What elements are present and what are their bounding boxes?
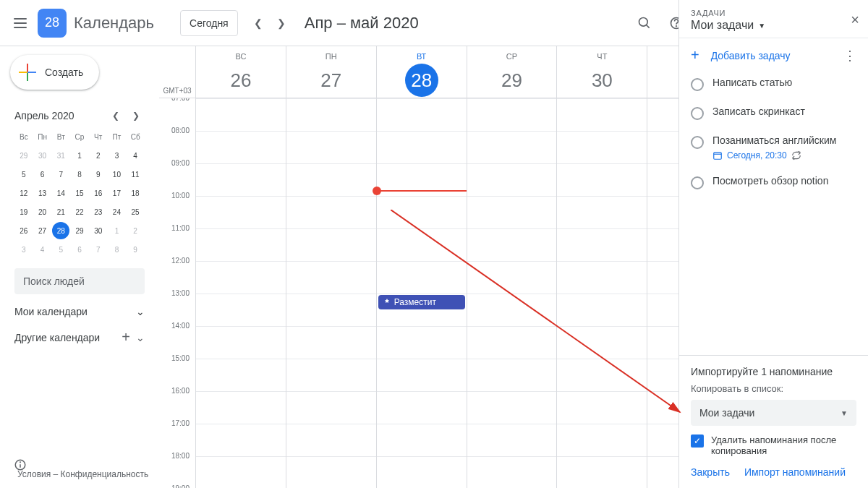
timezone-label: GMT+03 bbox=[159, 46, 195, 98]
mini-prev-month[interactable]: ❮ bbox=[107, 107, 124, 124]
day-column-header[interactable]: ВТ28 bbox=[376, 46, 467, 98]
mini-calendar-day[interactable]: 14 bbox=[52, 184, 69, 202]
mini-calendar-day[interactable]: 6 bbox=[71, 241, 88, 258]
mini-calendar-day[interactable]: 29 bbox=[71, 222, 88, 239]
mini-calendar-day[interactable]: 1 bbox=[71, 147, 88, 164]
mini-calendar-day[interactable]: 4 bbox=[127, 147, 144, 164]
mini-calendar-day[interactable]: 28 bbox=[52, 222, 69, 239]
mini-calendar-day[interactable]: 12 bbox=[15, 184, 33, 202]
day-column-header[interactable]: ВС26 bbox=[195, 46, 286, 98]
day-column[interactable]: Разместит bbox=[376, 98, 467, 488]
mini-calendar-day[interactable]: 16 bbox=[90, 184, 107, 202]
task-complete-circle[interactable] bbox=[691, 136, 704, 149]
my-calendars-toggle[interactable]: Мои календари ⌄ bbox=[14, 306, 145, 317]
task-item[interactable]: Посмотреть обзор notion bbox=[679, 168, 868, 197]
day-column[interactable] bbox=[467, 98, 557, 488]
day-column-header[interactable]: СР29 bbox=[467, 46, 557, 98]
delete-after-checkbox[interactable]: ✓ bbox=[691, 435, 704, 448]
mini-calendar-day[interactable]: 21 bbox=[52, 203, 69, 221]
svg-point-0 bbox=[639, 17, 648, 26]
mini-calendar-day[interactable]: 31 bbox=[52, 147, 69, 164]
mini-next-month[interactable]: ❯ bbox=[127, 107, 145, 124]
mini-calendar-day[interactable]: 6 bbox=[34, 166, 51, 183]
mini-calendar-day[interactable]: 10 bbox=[108, 166, 125, 183]
day-column-header[interactable]: ПН27 bbox=[286, 46, 376, 98]
mini-calendar-day[interactable]: 1 bbox=[108, 222, 125, 239]
mini-calendar-day[interactable]: 8 bbox=[108, 241, 125, 258]
app-logo: 28 Календарь bbox=[38, 9, 154, 38]
svg-point-3 bbox=[676, 25, 677, 26]
mini-dow-label: Пн bbox=[33, 130, 52, 144]
time-label: 11:00 bbox=[159, 224, 195, 257]
task-complete-circle[interactable] bbox=[691, 78, 704, 91]
footer-links[interactable]: Условия – Конфиденциальность bbox=[17, 469, 148, 479]
add-calendar-button[interactable]: + bbox=[122, 329, 130, 346]
mini-calendar-day[interactable]: 20 bbox=[34, 203, 51, 221]
day-column-header[interactable]: ЧТ30 bbox=[556, 46, 647, 98]
mini-calendar-day[interactable]: 5 bbox=[52, 241, 69, 258]
mini-calendar-day[interactable]: 13 bbox=[34, 184, 51, 202]
chevron-down-icon: ⌄ bbox=[136, 306, 145, 317]
other-calendars-toggle[interactable]: Другие календари + ⌄ bbox=[14, 329, 145, 346]
mini-calendar-day[interactable]: 4 bbox=[34, 241, 51, 258]
mini-calendar-day[interactable]: 17 bbox=[108, 184, 125, 202]
tasks-list-selector[interactable]: Мои задачи ▼ bbox=[691, 19, 856, 32]
mini-dow-label: Ср bbox=[70, 130, 89, 144]
mini-dow-label: Чт bbox=[89, 130, 108, 144]
search-people-input[interactable]: Поиск людей bbox=[14, 268, 145, 294]
create-button[interactable]: Создать bbox=[10, 55, 99, 90]
mini-calendar-day[interactable]: 29 bbox=[15, 147, 33, 164]
task-item[interactable]: Записать скринкаст bbox=[679, 98, 868, 127]
task-list-menu-button[interactable]: ⋮ bbox=[843, 48, 856, 64]
calendar-event[interactable]: Разместит bbox=[378, 295, 465, 309]
prev-week-button[interactable]: ❮ bbox=[247, 12, 270, 35]
app-name: Календарь bbox=[74, 14, 154, 33]
mini-calendar-day[interactable]: 23 bbox=[90, 203, 107, 221]
mini-calendar-day[interactable]: 15 bbox=[71, 184, 88, 202]
mini-calendar-day[interactable]: 8 bbox=[71, 166, 88, 183]
task-item[interactable]: Написать статью bbox=[679, 69, 868, 98]
import-list-selector[interactable]: Мои задачи ▼ bbox=[691, 400, 856, 426]
mini-calendar-day[interactable]: 7 bbox=[52, 166, 69, 183]
time-label: 15:00 bbox=[159, 354, 195, 387]
day-column[interactable] bbox=[195, 98, 286, 488]
next-week-button[interactable]: ❯ bbox=[270, 12, 293, 35]
mini-calendar-day[interactable]: 9 bbox=[90, 166, 107, 183]
task-complete-circle[interactable] bbox=[691, 107, 704, 120]
time-label: 10:00 bbox=[159, 192, 195, 224]
import-close-button[interactable]: Закрыть bbox=[691, 466, 730, 478]
mini-calendar-day[interactable]: 24 bbox=[108, 203, 125, 221]
time-label: 18:00 bbox=[159, 452, 195, 484]
mini-calendar-day[interactable]: 30 bbox=[34, 147, 51, 164]
day-column[interactable] bbox=[556, 98, 647, 488]
mini-calendar-day[interactable]: 2 bbox=[127, 222, 144, 239]
main-menu-button[interactable] bbox=[6, 9, 35, 38]
mini-calendar-day[interactable]: 25 bbox=[127, 203, 144, 221]
mini-calendar-day[interactable]: 27 bbox=[34, 222, 51, 239]
search-button[interactable] bbox=[630, 9, 659, 38]
mini-calendar-day[interactable]: 19 bbox=[15, 203, 33, 221]
plus-icon: + bbox=[691, 47, 699, 64]
add-task-button[interactable]: + Добавить задачу ⋮ bbox=[679, 38, 868, 69]
mini-calendar-day[interactable]: 3 bbox=[108, 147, 125, 164]
import-action-button[interactable]: Импорт напоминаний bbox=[744, 466, 846, 478]
day-column[interactable] bbox=[286, 98, 376, 488]
mini-calendar-day[interactable]: 18 bbox=[127, 184, 144, 202]
delete-after-label: Удалить напоминания после копирования bbox=[711, 435, 856, 456]
task-item[interactable]: Позаниматься английскимСегодня, 20:30 bbox=[679, 127, 868, 168]
logo-icon: 28 bbox=[38, 9, 67, 38]
mini-calendar-day[interactable]: 9 bbox=[127, 241, 144, 258]
mini-calendar-day[interactable]: 11 bbox=[127, 166, 144, 183]
mini-calendar-day[interactable]: 3 bbox=[15, 241, 33, 258]
mini-calendar-day[interactable]: 2 bbox=[90, 147, 107, 164]
mini-calendar-day[interactable]: 26 bbox=[15, 222, 33, 239]
task-complete-circle[interactable] bbox=[691, 176, 704, 189]
mini-calendar-day[interactable]: 22 bbox=[71, 203, 88, 221]
mini-calendar-day[interactable]: 7 bbox=[90, 241, 107, 258]
time-label: 13:00 bbox=[159, 289, 195, 322]
today-button[interactable]: Сегодня bbox=[180, 10, 238, 36]
mini-calendar-day[interactable]: 30 bbox=[90, 222, 107, 239]
import-title: Импортируйте 1 напоминание bbox=[691, 366, 856, 377]
close-panel-button[interactable]: × bbox=[851, 12, 859, 28]
mini-calendar-day[interactable]: 5 bbox=[15, 166, 33, 183]
